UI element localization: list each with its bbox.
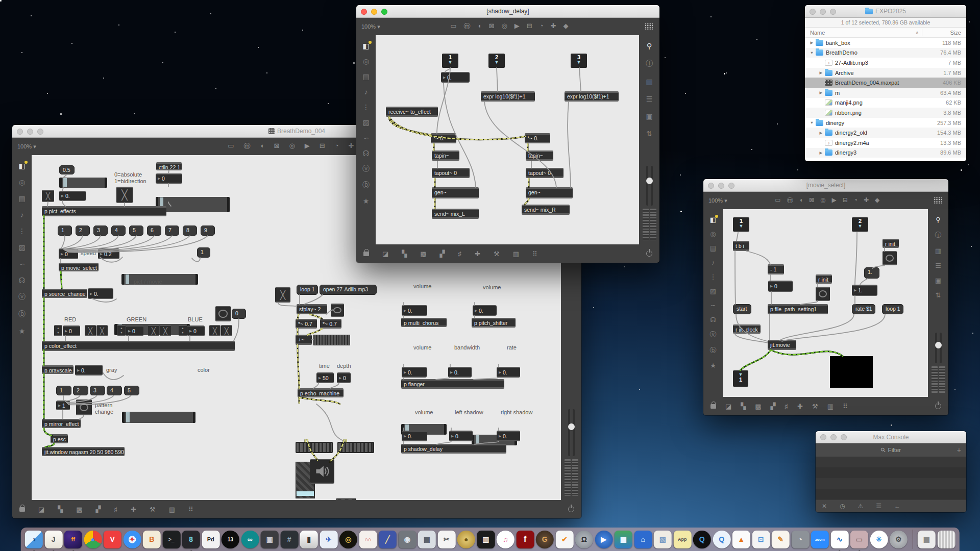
num-0[interactable]: ▶0. bbox=[75, 365, 103, 375]
obj-p-grayscale[interactable]: p grayscale bbox=[42, 365, 74, 374]
comment-tool-icon[interactable]: ◖ bbox=[799, 196, 803, 205]
notes-off-icon[interactable]: ▞ bbox=[771, 403, 776, 410]
hslider[interactable] bbox=[59, 178, 107, 188]
dock-finder[interactable]: ◑ bbox=[25, 531, 43, 548]
dial-tool-icon[interactable]: ◔ bbox=[335, 142, 339, 151]
mixer-icon[interactable]: ⇅ bbox=[646, 130, 652, 138]
dock-youtube-app[interactable]: ▶ bbox=[595, 531, 612, 548]
dock-g-home-app[interactable]: ⌂ bbox=[634, 531, 652, 548]
v-circle-icon[interactable]: ⓥ bbox=[710, 330, 717, 339]
piano-icon[interactable]: ▥ bbox=[513, 250, 519, 258]
dock-chrome[interactable]: ● bbox=[84, 531, 102, 548]
snapshot-camera-icon[interactable]: ▣ bbox=[935, 277, 941, 284]
msg-1[interactable]: 1 bbox=[197, 247, 210, 258]
clear-console-icon[interactable]: ✕ bbox=[822, 503, 827, 510]
updown[interactable]: ▴▾ bbox=[117, 325, 126, 336]
titlebar[interactable]: Max Console bbox=[816, 431, 966, 443]
disclosure-triangle[interactable]: ▼ bbox=[809, 51, 815, 55]
layers-icon[interactable]: ▩ bbox=[755, 403, 761, 410]
msg-9[interactable]: 9 bbox=[201, 226, 215, 236]
dock-processing[interactable]: 13 bbox=[222, 531, 239, 548]
dock-copter-app[interactable]: ✈ bbox=[320, 531, 337, 548]
zoom-button[interactable] bbox=[37, 129, 43, 135]
dock-garageband[interactable]: G bbox=[536, 531, 554, 548]
minimize-button[interactable] bbox=[820, 9, 826, 15]
package-manager-icon[interactable]: ◧ bbox=[18, 162, 25, 170]
audio-note-icon[interactable]: ♪ bbox=[712, 259, 715, 266]
column-size[interactable]: Size bbox=[922, 30, 966, 36]
dock-safari[interactable]: ✦ bbox=[123, 531, 141, 548]
dock-b-letter-app[interactable]: B bbox=[143, 531, 161, 548]
msg-loop-1[interactable]: loop 1 bbox=[882, 304, 903, 314]
presentation-icon[interactable]: ▚ bbox=[402, 250, 407, 258]
obj-jit-window-nagasm-20-50-980-590[interactable]: jit.window nagasm 20 50 980 590 bbox=[42, 447, 125, 456]
b-circle-icon[interactable]: ⓑ bbox=[18, 310, 26, 319]
dock-system-preferences[interactable]: ⚙ bbox=[890, 531, 908, 548]
msg-0[interactable]: 0 bbox=[232, 309, 246, 319]
dock-keynote[interactable]: ⊡ bbox=[752, 531, 770, 548]
dock-vivaldi[interactable]: V bbox=[104, 531, 121, 548]
gain-slider[interactable] bbox=[935, 333, 942, 363]
obj-ctlin-22-1[interactable]: ctlin 22 1 bbox=[156, 162, 182, 170]
file-row-archive[interactable]: ▶Archive1.7 MB bbox=[805, 68, 966, 78]
media-image-icon[interactable]: ▨ bbox=[710, 287, 716, 295]
mixer-icon[interactable]: ⇅ bbox=[936, 291, 941, 299]
file-row-breathdemo-004-maxpat[interactable]: BreathDemo_004.maxpat406 KB bbox=[805, 78, 966, 88]
disclosure-triangle[interactable]: ▶ bbox=[818, 90, 824, 95]
toggle[interactable]: ╳ bbox=[42, 190, 54, 202]
obj-p-source-change[interactable]: p source_change bbox=[42, 289, 87, 298]
window-movie-select[interactable]: [movie_select] 100% ▾ ▭ⓜ◖⊠◎▶⊟◔✚◆ ◧◎▤♪⋮▨∽… bbox=[703, 179, 948, 415]
obj-tapin[interactable]: tapin~ bbox=[432, 151, 459, 161]
obj-0-7[interactable]: *~ 0.7 bbox=[320, 319, 341, 329]
notes-off-icon[interactable]: ▞ bbox=[440, 250, 445, 258]
disclosure-triangle[interactable]: ▶ bbox=[818, 70, 824, 75]
zoom-level[interactable]: 100% ▾ bbox=[361, 23, 380, 30]
close-button[interactable] bbox=[17, 129, 23, 135]
obj-gen[interactable]: gen~ bbox=[526, 187, 573, 198]
num-0[interactable]: ▶0. bbox=[449, 431, 473, 441]
slider-tool-icon[interactable]: ⊟ bbox=[527, 22, 532, 31]
b-circle-icon[interactable]: ⓑ bbox=[710, 346, 717, 355]
plug-icon[interactable]: ☊ bbox=[19, 276, 25, 284]
select-mode-icon[interactable]: ◪ bbox=[725, 403, 731, 410]
obj-t-b-i[interactable]: t b i bbox=[733, 241, 749, 251]
dock-checkmark-app[interactable]: ✔ bbox=[555, 531, 573, 548]
dock-speaker-box-app[interactable]: ◉ bbox=[398, 531, 416, 548]
playbar-tool-icon[interactable]: ▶ bbox=[832, 196, 837, 205]
obj-p-pitch-shifter[interactable]: p pitch_shifter bbox=[472, 318, 516, 328]
slider-tool-icon[interactable]: ⊟ bbox=[843, 196, 848, 205]
dock-audio-headphones-app[interactable]: Ω bbox=[575, 531, 593, 548]
bang[interactable] bbox=[816, 287, 830, 301]
toggle[interactable]: ╳ bbox=[96, 325, 108, 336]
power-icon[interactable] bbox=[646, 251, 652, 257]
object-tool-icon[interactable]: ▭ bbox=[775, 196, 780, 205]
audio-note-icon[interactable]: ♪ bbox=[364, 88, 368, 96]
columns-icon[interactable]: ▥ bbox=[646, 78, 652, 86]
paint-tool-icon[interactable]: ◆ bbox=[875, 196, 879, 205]
dock-sword-app[interactable]: ╱ bbox=[379, 531, 397, 548]
presentation-icon[interactable]: ▚ bbox=[58, 506, 63, 513]
wrench-icon[interactable]: ⚒ bbox=[150, 506, 156, 513]
num-50[interactable]: ▶50 bbox=[316, 372, 334, 383]
pwindow[interactable] bbox=[830, 356, 873, 388]
search-icon[interactable]: ⚲ bbox=[936, 216, 941, 223]
dock-midi-keys-app[interactable]: ▥ bbox=[477, 531, 495, 548]
obj-p-file-path-setting1[interactable]: p file_path_setting1 bbox=[768, 304, 828, 314]
obj-send-mix-r[interactable]: send~ mix_R bbox=[522, 205, 570, 215]
dock-red-caps-app[interactable]: ∩∩ bbox=[359, 531, 377, 548]
filter-input[interactable]: Filter bbox=[888, 447, 901, 453]
plug-icon[interactable]: ☊ bbox=[363, 149, 369, 157]
paperclip-icon[interactable]: ∽ bbox=[19, 260, 25, 268]
dock-wifi-app[interactable]: ✳ bbox=[870, 531, 888, 548]
keyboard-icon[interactable]: ⠿ bbox=[532, 250, 537, 258]
add-filter-button[interactable]: + bbox=[957, 446, 961, 454]
comment-tool-icon[interactable]: ◖ bbox=[478, 22, 482, 31]
obj-p-multi-chorus[interactable]: p multi_chorus bbox=[401, 318, 447, 327]
star-icon[interactable]: ★ bbox=[363, 197, 370, 205]
sequencer-icon[interactable]: ⋮ bbox=[362, 103, 370, 111]
toggle[interactable]: ╳ bbox=[209, 325, 220, 336]
disclosure-triangle[interactable]: ▶ bbox=[818, 151, 824, 155]
obj-receive-to-effect[interactable]: receive~ to_effect bbox=[386, 107, 438, 117]
msg-2[interactable]: 2 bbox=[76, 226, 90, 236]
msg-1[interactable]: 1 bbox=[56, 386, 71, 395]
